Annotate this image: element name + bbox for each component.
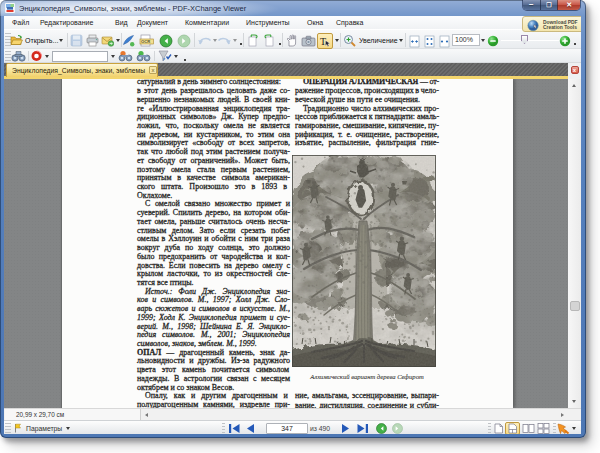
svg-text:OCR: OCR <box>141 39 150 44</box>
